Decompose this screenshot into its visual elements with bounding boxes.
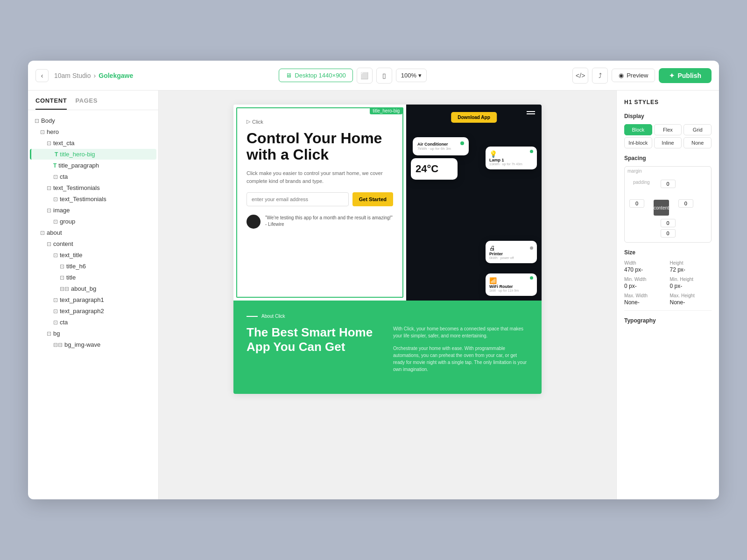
min-width-value[interactable]: 0 px-: [624, 283, 666, 289]
folder-icon: [53, 218, 58, 225]
lamp-card[interactable]: 💡 Lamp 1 11kWh · up for 7h 43m: [486, 147, 537, 169]
folder-icon: [53, 319, 58, 326]
email-input[interactable]: [247, 192, 349, 206]
hero-form: Get Started: [247, 192, 393, 206]
zoom-button[interactable]: 100% ▾: [396, 69, 427, 82]
tree-item-about-bg[interactable]: ⊟ about_bg: [30, 283, 156, 294]
about-badge: About Click: [247, 314, 529, 319]
height-item: Height 72 px-: [670, 260, 712, 273]
spacing-box: margin padding content: [624, 166, 712, 243]
tree-item-text-paragraph1[interactable]: text_paragraph1: [30, 294, 156, 305]
tree-item-text-paragraph2[interactable]: text_paragraph2: [30, 306, 156, 316]
display-grid-button[interactable]: Grid: [684, 124, 712, 135]
testimonial: "We're testing this app for a month and …: [247, 215, 393, 229]
display-options-grid: Block Flex Grid Inl-block Inline None: [624, 124, 712, 148]
tree-item-title-hero-big[interactable]: title_hero-big: [30, 149, 156, 160]
tree-item-about[interactable]: about: [30, 227, 156, 238]
size-grid: Width 470 px- Height 72 px- Min. Width 0…: [624, 260, 712, 306]
tree-item-image[interactable]: image: [30, 205, 156, 216]
margin-right-input[interactable]: [678, 199, 693, 208]
code-button[interactable]: </>: [572, 68, 588, 84]
chevron-down-icon: ▾: [418, 72, 422, 79]
zoom-level: 100%: [401, 72, 416, 79]
right-panel: H1 STYLES Display Block Flex Grid Inl-bl…: [616, 91, 719, 499]
content-label: content: [654, 205, 669, 210]
margin-top-input[interactable]: [661, 180, 676, 188]
printer-card[interactable]: 🖨 Printer 0kWh · power off: [486, 241, 537, 263]
width-label: Width: [624, 260, 666, 266]
tree-item-body[interactable]: Body: [30, 115, 156, 126]
panel-tabs: CONTENT PAGES: [28, 91, 158, 110]
padding-label: padding: [633, 180, 650, 185]
max-width-value[interactable]: None-: [624, 299, 666, 306]
tree-item-title[interactable]: title: [30, 272, 156, 283]
tree-item-cta-2[interactable]: cta: [30, 317, 156, 328]
hero-section: title_hero-big ▷ Click Control Your Home…: [233, 105, 542, 301]
min-height-value[interactable]: 0 px-: [670, 283, 712, 289]
display-flex-button[interactable]: Flex: [654, 124, 682, 135]
temp-value: 24°C: [416, 163, 453, 175]
ac-title: Air Conditioner: [417, 142, 451, 147]
max-height-value[interactable]: None-: [670, 299, 712, 306]
printer-title: Printer: [489, 252, 533, 256]
tree-item-content[interactable]: content: [30, 238, 156, 249]
min-width-item: Min. Width 0 px-: [624, 277, 666, 289]
tablet-view-button[interactable]: ⬜: [357, 68, 373, 84]
display-section-label: Display: [624, 113, 712, 119]
tree-item-hero[interactable]: hero: [30, 126, 156, 137]
divider: [624, 310, 712, 311]
hero-right: Download App Air Conditioner: [406, 105, 542, 301]
about-title[interactable]: The Best Smart Home App You Can Get: [247, 325, 382, 354]
desktop-view-button[interactable]: Desktop 1440×900: [279, 69, 353, 82]
header-right: </> ⤴ ◉ Preview ✦ Publish: [572, 68, 712, 84]
tree-item-bg-img-wave[interactable]: ⊟ bg_img-wave: [30, 339, 156, 350]
tree-item-cta-1[interactable]: cta: [30, 171, 156, 182]
mobile-view-button[interactable]: ▯: [376, 68, 392, 84]
tree-item-text-testimonials-1[interactable]: text_Testimonials: [30, 182, 156, 193]
tree-item-title-h6[interactable]: title_h6: [30, 261, 156, 272]
margin-bottom-input[interactable]: [661, 219, 676, 227]
display-inl-block-button[interactable]: Inl-block: [624, 137, 652, 148]
lamp-sub: 11kWh · up for 7h 43m: [489, 162, 533, 166]
hamburger-icon[interactable]: [527, 111, 535, 114]
wifi-card[interactable]: 📶 WiFi Router 1kW · up for 11h 9m: [486, 273, 537, 296]
folder-icon: [47, 330, 51, 337]
folder-icon: [47, 185, 51, 191]
min-width-label: Min. Width: [624, 277, 666, 282]
preview-button[interactable]: ◉ Preview: [612, 69, 655, 82]
typography-section-label: Typography: [624, 317, 712, 324]
tree-item-bg[interactable]: bg: [30, 328, 156, 339]
ac-card[interactable]: Air Conditioner 7kWh · up for 6h 3m: [413, 137, 469, 155]
hero-title[interactable]: Control Your Home with a Click: [247, 130, 393, 163]
tree-item-text-cta[interactable]: text_cta: [30, 138, 156, 148]
folder-icon: [60, 274, 64, 281]
click-link: ▷ Click: [247, 119, 393, 125]
display-none-button[interactable]: None: [684, 137, 712, 148]
folder-icon: [53, 252, 58, 259]
tree-item-group[interactable]: group: [30, 216, 156, 227]
width-value[interactable]: 470 px-: [624, 266, 666, 273]
styles-panel-title: H1 STYLES: [624, 99, 712, 105]
folder-icon: [47, 140, 51, 147]
image-icon: ⊟: [53, 342, 63, 348]
about-section: About Click The Best Smart Home App You …: [233, 301, 542, 394]
tab-content[interactable]: CONTENT: [35, 97, 67, 110]
tree-item-title-paragraph[interactable]: title_paragraph: [30, 160, 156, 171]
tree-item-text-title[interactable]: text_title: [30, 250, 156, 260]
publish-button[interactable]: ✦ Publish: [659, 68, 712, 83]
tree-item-text-testimonials-2[interactable]: text_Testimonials: [30, 194, 156, 204]
download-app-button[interactable]: Download App: [451, 112, 497, 123]
margin-left-input[interactable]: [629, 199, 644, 208]
tab-pages[interactable]: PAGES: [75, 97, 98, 110]
monitor-icon: [286, 72, 292, 79]
padding-bottom-input[interactable]: [661, 229, 676, 238]
share-button[interactable]: ⤴: [592, 68, 608, 84]
display-block-button[interactable]: Block: [624, 124, 652, 135]
image-icon: ⊟: [60, 286, 69, 292]
height-value[interactable]: 72 px-: [670, 266, 712, 273]
get-started-button[interactable]: Get Started: [352, 192, 393, 206]
display-inline-button[interactable]: Inline: [654, 137, 682, 148]
back-button[interactable]: ‹: [35, 69, 49, 82]
temp-card[interactable]: 24°C: [411, 158, 458, 180]
margin-label: margin: [627, 168, 642, 174]
